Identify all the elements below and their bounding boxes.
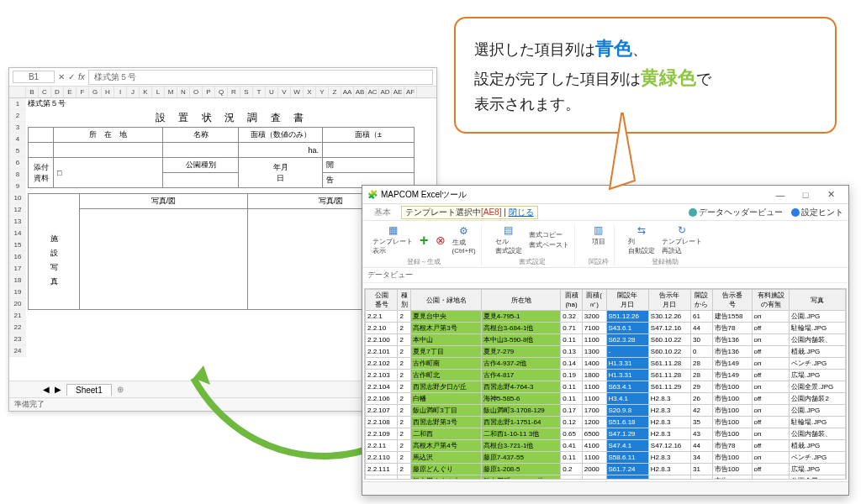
setting-hint-link[interactable]: 設定ヒント (791, 207, 843, 218)
hdr-area-unit: 面積（± (323, 128, 415, 143)
format-copy-button[interactable]: 書式コピー (529, 230, 569, 239)
grid-header[interactable]: 種 別 (398, 290, 411, 311)
gear-icon: ⚙ (459, 225, 468, 237)
template-reload-button[interactable]: ↻テンプレート 再読込 (662, 224, 702, 255)
window-minimize-button[interactable]: ― (768, 190, 793, 200)
grid-icon (689, 208, 697, 217)
grid-header[interactable]: 告示年 月日 (648, 290, 690, 311)
table-row[interactable]: 2.2.1042西習志野夕日が丘西習志野4-764-30.111100S63.4… (366, 381, 846, 393)
generate-button[interactable]: ⚙生成 (Ctrl+R) (452, 225, 476, 255)
table-row[interactable]: 2.2.1082西習志野第3号西習志野1-1751-640.121200S51.… (366, 417, 846, 428)
item-field-button[interactable]: ▥項目 (592, 224, 605, 246)
tool-ribbon: ▦テンプレート 表示 + ⊗ ⚙生成 (Ctrl+R) 登録～生成 ▤セル 書式… (362, 221, 848, 268)
col-auto-button[interactable]: ⇆列 自動設定 (628, 224, 655, 255)
grid-header[interactable]: 公園 番号 (366, 290, 398, 311)
grid-header[interactable]: 所在地 (481, 290, 560, 311)
fx-icon[interactable]: fx (78, 72, 85, 81)
grid-header[interactable]: 開設 から (691, 290, 712, 311)
ha-unit: ha. (239, 143, 323, 158)
tab-prev-icon[interactable]: ◀ (43, 385, 50, 394)
template-show-button[interactable]: ▦テンプレート 表示 (372, 224, 413, 255)
help-icon (791, 208, 800, 217)
template-icon: ▦ (388, 224, 398, 236)
tool-tabs: 基本 テンプレート選択中[AE8] | 閉じる データヘッダービュー 設定ヒント (362, 204, 848, 221)
row-numbers: 123456891012131415161718192021222324 (9, 98, 26, 357)
tool-statusbar (362, 481, 848, 495)
app-icon: 🧩 (367, 190, 378, 199)
grid-header[interactable]: 公園・緑地名 (411, 290, 482, 311)
table-row[interactable]: 2.2.1012夏見7丁目夏見7-2790.131300-S60.10.220市… (366, 346, 846, 358)
template-selected-tip: テンプレート選択中[AE8] | 閉じる (401, 206, 538, 219)
attach-label: 添付 資料 (29, 158, 54, 188)
fbar-cancel-icon[interactable]: ✕ (58, 72, 65, 81)
table-row[interactable]: 2.2.1122飯山満くすの木飯山満町3-1582-9他0.343400S61.… (366, 475, 846, 480)
explainer-callout: 選択した項目列は青色、 設定が完了した項目列は黄緑色で 表示されます。 (454, 17, 837, 134)
grid-header[interactable]: 有料施設 の有無 (752, 290, 790, 311)
park-kind: 公園種別 (163, 158, 239, 173)
ribbon-group-2-label: 書式設定 (519, 257, 546, 266)
dataview-label: データビュー (362, 268, 848, 283)
table-row[interactable]: 2.2.1102馬込沢藤原7-437-550.111100S58.6.11H2.… (366, 452, 846, 464)
window-maximize-button[interactable]: □ (793, 190, 818, 200)
grid-header[interactable]: 面積 (ha) (561, 290, 582, 311)
callout-tail-icon (605, 109, 639, 193)
table-row[interactable]: 2.2.12夏見台中央夏見4-795-10.323200S51.12.26S30… (366, 311, 846, 323)
grid-header[interactable]: 面積( ㎡) (582, 290, 606, 311)
table-row[interactable]: 2.2.1092二和西二和西1-10-11 3他0.656500S47.1.29… (366, 428, 846, 440)
delete-icon: ⊗ (436, 234, 446, 246)
excel-formula-bar: B1 ✕ ✓ fx 様式第５号 (9, 68, 436, 87)
column-icon: ▥ (594, 224, 603, 236)
data-grid[interactable]: 公園 番号種 別公園・緑地名所在地面積 (ha)面積( ㎡)開設年 月日告示年 … (364, 288, 847, 480)
data-header-view-link[interactable]: データヘッダービュー (689, 207, 783, 218)
table-row[interactable]: 2.2.1112藤原どんぐり藤原1-208-50.22000S61.7.24H2… (366, 464, 846, 475)
ribbon-group-3-label: 関設枠 (589, 257, 609, 266)
add-button[interactable]: + (420, 234, 429, 246)
reload-icon: ↻ (678, 224, 686, 236)
plus-icon: + (420, 234, 429, 246)
cell-icon: ▤ (504, 224, 513, 236)
ym-label: 年月 日 (239, 158, 323, 188)
table-row[interactable]: 2.2.102高根木戸第3号高根台3-684-1他0.717100S43.6.1… (366, 323, 846, 334)
attach-checkbox[interactable]: □ (57, 169, 61, 177)
tip-close-link[interactable]: 閉じる (509, 207, 534, 217)
table-row[interactable]: 2.2.1032古作町北古作4-8170.191800H1.3.31S61.11… (366, 370, 846, 381)
tab-basic[interactable]: 基本 (367, 206, 398, 219)
app-title: MAPCOM Excelツール (381, 189, 467, 201)
cell-reference[interactable]: B1 (13, 71, 55, 83)
cell-format-button[interactable]: ▤セル 書式設定 (495, 224, 522, 255)
grid-header[interactable]: 開設年 月日 (606, 290, 648, 311)
table-row[interactable]: 2.2.112高根木戸第4号高根台3-721-1他0.414100S47.4.1… (366, 440, 846, 452)
table-row[interactable]: 2.2.1022古作町南古作4-937-2他0.141400H1.3.31S61… (366, 358, 846, 370)
column-headers: BCDEFGHIJKLMNOPQRSTUVWXYZAAABACADAEAF (9, 87, 436, 98)
auto-icon: ⇆ (637, 224, 646, 236)
tab-next-icon[interactable]: ▶ (55, 385, 61, 394)
fbar-check-icon[interactable]: ✓ (68, 72, 75, 81)
ribbon-group-4-label: 登録補助 (652, 257, 679, 266)
table-row[interactable]: 2.2.1062白幡海神5-585-60.111100H3.4.1H2.8.32… (366, 393, 846, 405)
ribbon-group-1-label: 登録～生成 (407, 257, 441, 266)
form-title: 設 置 状 況 調 査 書 (28, 109, 436, 127)
photo-col-1: 写真/図 (80, 194, 248, 209)
grid-header[interactable]: 告示番 号 (712, 290, 752, 311)
table-row[interactable]: 2.2.1072飯山満町3丁目飯山満町3-1708-1290.171700S20… (366, 405, 846, 417)
hdr-name: 名称 (163, 128, 239, 143)
format-paste-button[interactable]: 書式ペースト (529, 240, 569, 249)
mapcom-tool-window: 🧩 MAPCOM Excelツール ― □ ✕ 基本 テンプレート選択中[AE8… (362, 185, 849, 496)
photo-side-label: 施 設 写 真 (29, 194, 80, 310)
hdr-area-num: 面積（数値のみ） (239, 128, 323, 143)
open-label: 開 (323, 158, 415, 173)
formula-input[interactable]: 様式第５号 (88, 70, 433, 85)
hdr-location: 所 在 地 (54, 128, 163, 143)
form-tag: 様式第５号 (28, 98, 436, 109)
window-close-button[interactable]: ✕ (818, 189, 843, 200)
form-table: 所 在 地 名称 面積（数値のみ） 面積（± ha. 添付 資料 □ (28, 127, 415, 188)
sheet-tab-1[interactable]: Sheet1 (66, 384, 112, 396)
grid-header[interactable]: 写真 (790, 290, 846, 311)
delete-button[interactable]: ⊗ (436, 234, 446, 246)
sheet-add-icon[interactable]: ⊕ (117, 385, 124, 394)
table-row[interactable]: 2.2.1002本中山本中山3-590-8他0.111100S62.3.28S6… (366, 334, 846, 346)
